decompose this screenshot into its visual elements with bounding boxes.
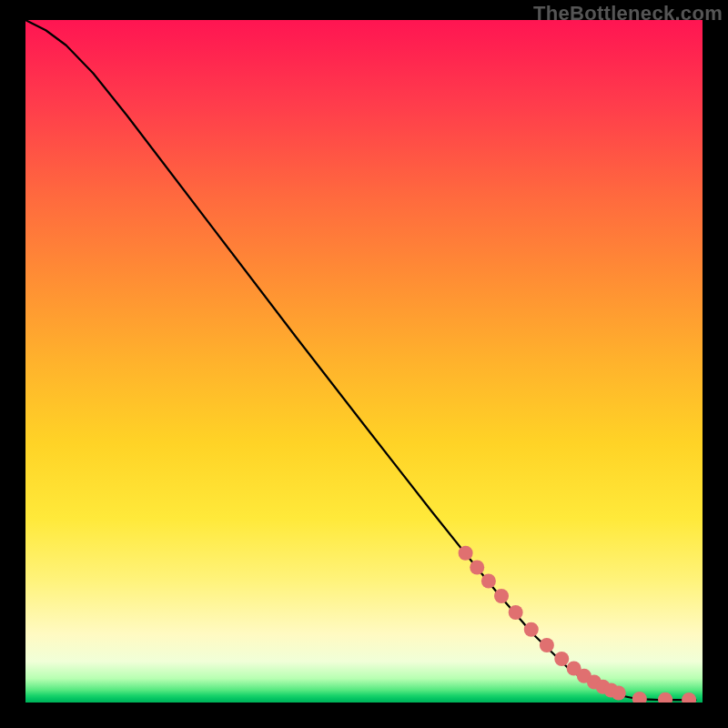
- data-dot: [632, 692, 647, 703]
- data-dot: [481, 574, 496, 589]
- data-dot: [459, 546, 473, 561]
- chart-frame: TheBottleneck.com: [0, 0, 728, 728]
- data-dot: [540, 638, 554, 652]
- data-dot: [612, 686, 626, 701]
- plot-area: [25, 20, 703, 703]
- data-dot: [682, 693, 696, 703]
- curve-path: [25, 20, 696, 700]
- data-dot: [554, 652, 569, 666]
- data-dot: [494, 589, 509, 603]
- data-dot: [509, 605, 523, 620]
- data-dot: [470, 561, 484, 575]
- data-dot: [658, 693, 672, 703]
- chart-svg: [25, 20, 703, 703]
- data-dot: [524, 622, 539, 637]
